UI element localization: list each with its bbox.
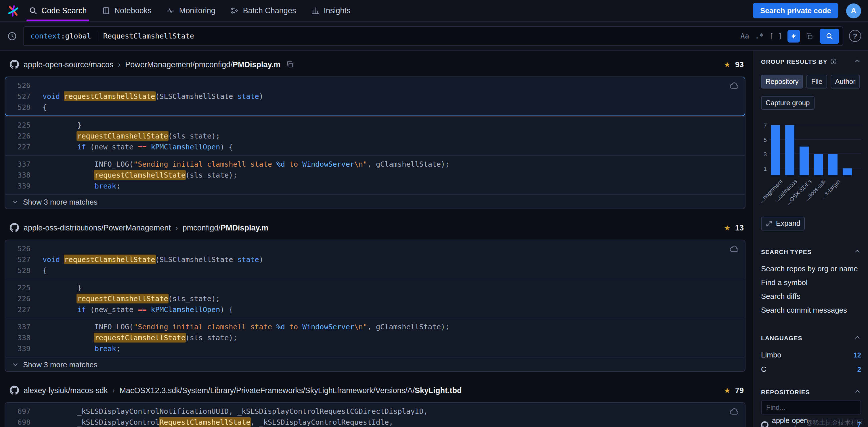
show-more-matches-button[interactable]: Show 3 more matches <box>5 357 745 371</box>
nav-item-code-search[interactable]: Code Search <box>29 0 87 21</box>
github-icon <box>761 421 769 427</box>
search-type-find-a-symbol[interactable]: Find a symbol <box>761 275 861 289</box>
smart-search-toggle[interactable] <box>787 30 800 42</box>
regex-toggle[interactable]: .* <box>752 30 767 41</box>
chart-x-labels: ...nagement...ce/macos...OSX-SDKs...acos… <box>771 175 861 206</box>
collapse-section-icon[interactable] <box>854 248 861 255</box>
results-bar-chart: 7531...nagement...ce/macos...OSX-SDKs...… <box>761 123 861 206</box>
context-filter-key[interactable]: context <box>30 32 61 40</box>
code-line[interactable]: 227 if (new_state == kPMClamshellOpen) { <box>5 304 745 315</box>
chart-bar[interactable] <box>785 125 794 175</box>
nav-item-insights[interactable]: Insights <box>311 0 350 21</box>
code-text: requestClamshellState(sls_state); <box>30 293 220 304</box>
page: Code SearchNotebooksMonitoringBatch Chan… <box>0 0 868 427</box>
query-divider <box>97 31 97 41</box>
code-text: { <box>30 102 47 112</box>
monitoring-icon <box>166 6 175 15</box>
user-avatar[interactable]: A <box>846 3 861 18</box>
code-block: 225 }226 requestClamshellState(sls_state… <box>5 279 745 318</box>
line-number: 527 <box>5 254 30 265</box>
path-separator: › <box>118 60 121 69</box>
copy-query-icon[interactable] <box>802 32 816 40</box>
code-line[interactable]: 339 break; <box>5 343 745 354</box>
nav-item-monitoring[interactable]: Monitoring <box>166 0 215 21</box>
chart-bar[interactable] <box>814 154 823 175</box>
search-private-code-button[interactable]: Search private code <box>753 3 838 19</box>
file-link[interactable]: pmconfigd/PMDisplay.m <box>183 223 268 232</box>
code-line[interactable]: 337 INFO_LOG("Sending initial clamshell … <box>5 159 745 169</box>
code-block: 337 INFO_LOG("Sending initial clamshell … <box>5 318 745 357</box>
line-number: 339 <box>5 180 30 191</box>
case-sensitivity-toggle[interactable]: Aa <box>738 30 752 41</box>
chart-bar[interactable] <box>771 125 780 175</box>
code-line[interactable]: 227 if (new_state == kPMClamshellOpen) { <box>5 141 745 152</box>
context-filter-value[interactable]: :global <box>61 32 91 40</box>
code-line[interactable]: 697 _kSLSDisplayControlNotificationUUID,… <box>5 406 745 417</box>
path-separator: › <box>113 386 115 395</box>
language-filter[interactable]: Limbo12 <box>761 348 861 362</box>
file-link[interactable]: PowerManagement/pmconfigd/PMDisplay.m <box>125 60 280 69</box>
search-type-search-commit-messages[interactable]: Search commit messages <box>761 303 861 317</box>
code-line[interactable]: 527void requestClamshellState(SLSClamshe… <box>5 91 745 102</box>
code-line[interactable]: 527void requestClamshellState(SLSClamshe… <box>5 254 745 265</box>
repository-find-input[interactable] <box>761 400 861 414</box>
nav-item-notebooks[interactable]: Notebooks <box>102 0 152 21</box>
repo-link[interactable]: alexey-lysiuk/macos-sdk <box>24 386 108 395</box>
repo-link[interactable]: apple-open-source/macos <box>24 60 113 69</box>
group-results-by-header: GROUP RESULTS BY <box>761 58 861 65</box>
chart-y-tick: 1 <box>761 165 767 171</box>
collapse-section-icon[interactable] <box>854 58 861 65</box>
file-link[interactable]: MacOSX12.3.sdk/System/Library/PrivateFra… <box>120 386 462 395</box>
code-line[interactable]: 338 requestClamshellState(sls_state); <box>5 332 745 343</box>
line-number: 697 <box>5 406 30 417</box>
group-by-repository-button[interactable]: Repository <box>761 75 803 89</box>
code-line[interactable]: 226 requestClamshellState(sls_state); <box>5 130 745 141</box>
sourcegraph-logo[interactable] <box>7 4 20 17</box>
code-text: requestClamshellState(sls_state); <box>30 332 237 343</box>
search-query-input[interactable]: context :global RequestClamshellState Aa… <box>23 26 843 46</box>
expand-chart-button[interactable]: Expand <box>761 217 805 230</box>
code-line[interactable]: 526 <box>5 243 745 254</box>
group-by-author-button[interactable]: Author <box>830 75 860 89</box>
code-line[interactable]: 226 requestClamshellState(sls_state); <box>5 293 745 304</box>
structural-search-toggle[interactable]: [ ] <box>767 30 785 41</box>
language-filter[interactable]: C2 <box>761 362 861 376</box>
capture-group-button[interactable]: Capture group <box>761 96 814 110</box>
code-text <box>30 80 42 91</box>
query-text[interactable]: RequestClamshellState <box>103 32 194 40</box>
code-line[interactable]: 528{ <box>5 265 745 276</box>
chart-bar[interactable] <box>828 154 838 175</box>
search-history-icon[interactable] <box>7 31 17 41</box>
search-type-search-diffs[interactable]: Search diffs <box>761 289 861 303</box>
language-name: Limbo <box>761 351 781 359</box>
chart-bar[interactable] <box>800 146 809 175</box>
search-results-list: apple-open-source/macos›PowerManagement/… <box>0 51 753 427</box>
code-line[interactable]: 225 } <box>5 120 745 130</box>
search-submit-button[interactable] <box>820 28 839 43</box>
code-line[interactable]: 337 INFO_LOG("Sending initial clamshell … <box>5 321 745 332</box>
code-line[interactable]: 526 <box>5 80 745 91</box>
chart-x-label: ...s-target <box>828 175 838 206</box>
group-by-options: RepositoryFileAuthor <box>761 75 861 89</box>
line-number: 698 <box>5 417 30 427</box>
line-number: 526 <box>5 80 30 91</box>
search-type-search-repos-by-org-or-name[interactable]: Search repos by org or name <box>761 262 861 275</box>
help-icon[interactable]: ? <box>849 30 861 42</box>
code-line[interactable]: 698 _kSLSDisplayControlRequestClamshellS… <box>5 417 745 427</box>
code-line[interactable]: 338 requestClamshellState(sls_state); <box>5 169 745 180</box>
chart-bar[interactable] <box>843 168 852 175</box>
code-line[interactable]: 339 break; <box>5 180 745 191</box>
group-by-file-button[interactable]: File <box>807 75 827 89</box>
code-line[interactable]: 528{ <box>5 102 745 112</box>
collapse-section-icon[interactable] <box>854 388 861 395</box>
expand-label: Expand <box>776 220 800 228</box>
cloud-icon <box>730 407 739 419</box>
copy-path-icon[interactable] <box>286 60 294 68</box>
show-more-matches-button[interactable]: Show 3 more matches <box>5 194 745 208</box>
collapse-section-icon[interactable] <box>854 334 861 341</box>
repo-link[interactable]: apple-oss-distributions/PowerManagement <box>24 223 171 232</box>
code-line[interactable]: 225 } <box>5 282 745 293</box>
info-icon[interactable] <box>830 58 837 65</box>
repositories-title: REPOSITORIES <box>761 388 810 395</box>
nav-item-batch-changes[interactable]: Batch Changes <box>230 0 296 21</box>
